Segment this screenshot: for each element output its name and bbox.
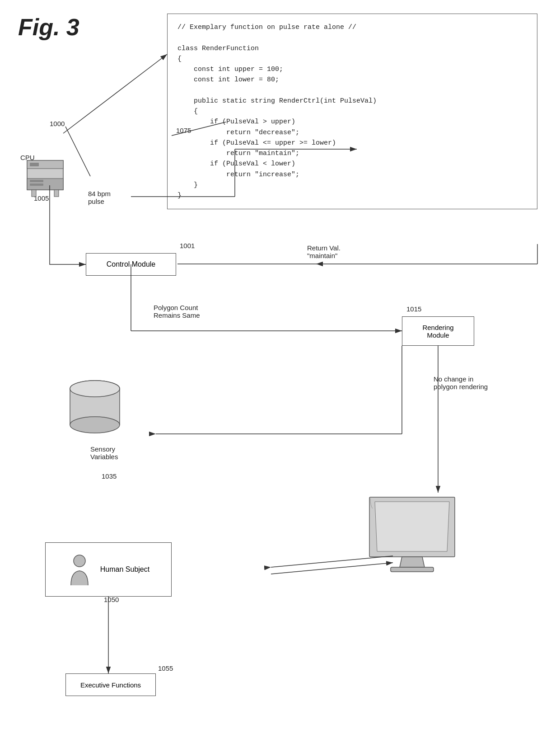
svg-line-16 (63, 54, 167, 133)
code-line-3: class RenderFunction (177, 43, 527, 54)
code-line-2 (177, 33, 527, 43)
svg-rect-2 (27, 160, 63, 169)
svg-rect-8 (54, 190, 59, 197)
code-line-16: } (177, 180, 527, 190)
ref-1025: 1025 (420, 540, 435, 548)
svg-point-14 (70, 381, 120, 397)
human-subject-label: Human Subject (100, 565, 149, 574)
ref-1035: 1035 (102, 472, 117, 480)
code-line-7 (177, 85, 527, 96)
code-line-6: const int lower = 80; (177, 75, 527, 85)
code-line-11: return "decrease"; (177, 127, 527, 138)
svg-rect-4 (30, 163, 39, 166)
code-box: // Exemplary function on pulse rate alon… (167, 14, 537, 209)
svg-line-35 (65, 127, 90, 176)
sensory-var-label: SensoryVariables (90, 445, 118, 461)
svg-line-29 (271, 556, 393, 567)
code-line-4: { (177, 54, 527, 64)
exec-functions-box: Executive Functions (65, 673, 156, 696)
database-icon (70, 381, 120, 433)
ref-1000: 1000 (50, 120, 65, 127)
person-icon (67, 553, 92, 587)
svg-rect-15 (391, 567, 434, 572)
rendering-module-box: RenderingModule (402, 316, 474, 346)
code-line-10: if (PulseVal > upper) (177, 117, 527, 127)
svg-line-30 (271, 563, 393, 574)
svg-point-9 (70, 381, 120, 397)
code-line-15: return "increase"; (177, 169, 527, 180)
svg-rect-5 (30, 180, 43, 182)
svg-rect-6 (30, 184, 43, 186)
code-line-14: if (PulseVal < lower) (177, 159, 527, 169)
svg-rect-1 (27, 160, 63, 190)
svg-point-0 (74, 555, 85, 567)
cpu-label: CPU (20, 154, 35, 161)
control-module-label: Control Module (107, 260, 156, 268)
exec-functions-label: Executive Functions (80, 681, 141, 689)
code-line-8: public static string RenderCtrl(int Puls… (177, 96, 527, 106)
control-module-box: Control Module (86, 253, 176, 276)
cpu-icon (27, 160, 63, 197)
ref-1050: 1050 (104, 596, 119, 603)
svg-rect-3 (27, 179, 63, 190)
human-subject-box: Human Subject (45, 542, 172, 597)
code-line-12: if (PulseVal <= upper >= lower) (177, 138, 527, 148)
code-line-9: { (177, 106, 527, 117)
svg-point-13 (70, 417, 120, 433)
diagram-container: Fig. 3 // Exemplary function on pulse ra… (0, 0, 560, 734)
code-line-5: const int upper = 100; (177, 64, 527, 75)
ref-1001: 1001 (180, 242, 195, 249)
rendering-module-label: RenderingModule (422, 324, 453, 339)
pulse-label: 84 bpmpulse (88, 190, 111, 205)
monitor-icon (369, 497, 455, 572)
ref-1015: 1015 (406, 305, 421, 313)
no-change-label: No change inpolygon rendering (434, 375, 488, 391)
polygon-count-label: Polygon CountRemains Same (154, 304, 200, 319)
code-line-13: return "maintain"; (177, 148, 527, 159)
svg-rect-10 (70, 389, 120, 425)
code-line-1: // Exemplary function on pulse rate alon… (177, 22, 527, 33)
return-val-label: Return Val."maintain" (307, 244, 341, 259)
ref-1005: 1005 (34, 194, 49, 202)
figure-title: Fig. 3 (18, 14, 79, 41)
ref-1055: 1055 (158, 664, 173, 672)
code-line-17: } (177, 190, 527, 201)
ref-1075: 1075 (176, 127, 191, 134)
